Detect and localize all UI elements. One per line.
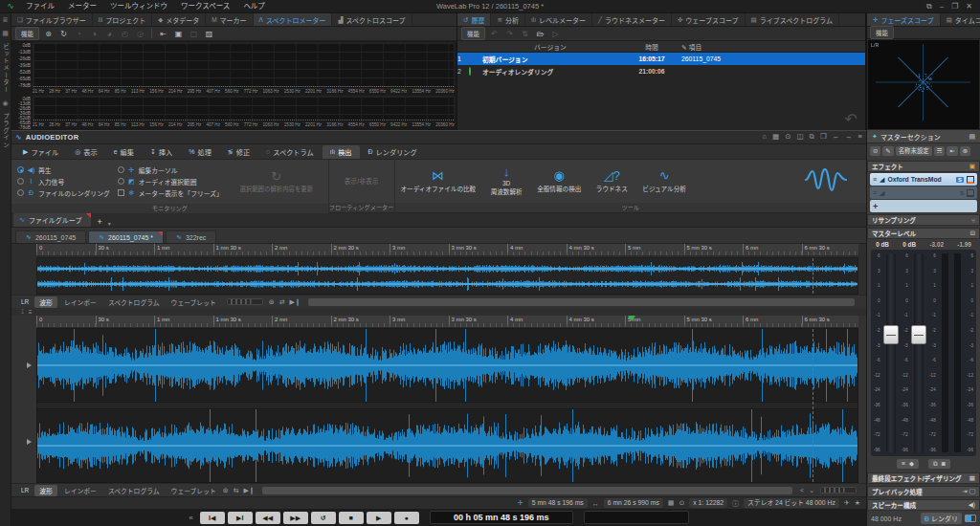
window-icon[interactable]: ❐	[820, 132, 827, 142]
ribbon-tab[interactable]: Ð レンダリング	[361, 145, 425, 159]
channel-gain-handle[interactable]	[27, 439, 32, 445]
settings-icon[interactable]: ⊛	[42, 29, 55, 39]
ibeam2-icon[interactable]: Ξ	[29, 309, 33, 315]
fader-right[interactable]	[914, 253, 924, 452]
solo-button[interactable]: S	[956, 177, 964, 183]
waveform-channel-left[interactable]	[37, 329, 858, 402]
master-level-section-header[interactable]: マスターレベル⊟	[867, 228, 980, 239]
selection-time[interactable]: 6 mn 26 s 990 ms	[604, 498, 663, 508]
nav-forward-icon[interactable]: →	[845, 132, 853, 142]
transport-button[interactable]: I◀	[200, 512, 225, 524]
monitor-position-radio[interactable]: ✛ 編集カーソル	[118, 165, 223, 175]
effects-section-header[interactable]: エフェクト▣	[867, 161, 980, 172]
panel-tab[interactable]: Λ スペクトロメーター	[254, 13, 333, 26]
panel-tab[interactable]: ╱ ラウドネスメーター	[592, 13, 672, 26]
resampling-section-header[interactable]: リサンプリング⑂	[867, 214, 980, 226]
overview-ruler[interactable]: 030 s1 mn1 mn 30 s2 mn2 mn 30 s3 mn3 mn …	[36, 244, 858, 256]
final-effects-section-header[interactable]: 最終段エフェクト/ディザリング▦	[867, 472, 980, 484]
time-display[interactable]: 00 h 05 mn 48 s 196 ms	[430, 511, 573, 524]
zoom-tool-icon[interactable]: ⊙	[785, 132, 791, 142]
panel-tab[interactable]: iii プロジェクト	[93, 13, 152, 26]
menu-item[interactable]: メーター	[61, 0, 103, 12]
transport-button[interactable]: ▶	[367, 512, 391, 524]
transport-button[interactable]: ↺	[311, 512, 336, 524]
nav-back-icon[interactable]: ←	[833, 132, 840, 142]
reset-icon[interactable]: ↻	[57, 29, 70, 39]
menu-item[interactable]: ファイル	[19, 0, 61, 12]
overview-waveform[interactable]	[36, 257, 858, 295]
file-tab[interactable]: ∿ 322rec	[166, 230, 216, 243]
open-version-icon[interactable]: 🗁	[534, 29, 546, 39]
audio-format[interactable]: ステレオ 24 ビット 48 000 Hz	[744, 498, 839, 508]
functions-button[interactable]: 機能	[870, 26, 894, 39]
sync-icon[interactable]: ⇄	[279, 298, 285, 306]
waveform-channel-right[interactable]	[37, 409, 858, 482]
zoom-factor[interactable]: x 1: 12282	[689, 498, 727, 508]
settings-icon[interactable]: ⊛	[269, 298, 275, 306]
ribbon-tab[interactable]: e 編集	[106, 145, 142, 159]
main-scrollbar[interactable]	[262, 487, 792, 494]
sync-icon[interactable]: ⇆	[234, 487, 239, 494]
col-item[interactable]: ✎ 項目	[681, 42, 865, 52]
functions-button[interactable]: 機能	[461, 27, 485, 40]
render-button[interactable]: Ð レンダリ	[921, 513, 962, 524]
file-group-menu-icon[interactable]: ▾	[108, 220, 111, 227]
analysis-tool-button[interactable]: ◉ 全般情報の検出	[537, 169, 581, 193]
effect-slot-2[interactable]: ≡ ◢ S	[870, 186, 977, 199]
layout-icon[interactable]: ◫	[796, 132, 803, 142]
panel-tab[interactable]: ✜ ウェーブスコープ	[672, 13, 746, 26]
settings-icon[interactable]: ⊛	[960, 146, 970, 156]
functions-button[interactable]: 機能	[15, 27, 39, 40]
preset-button[interactable]: 名称未設定	[896, 146, 932, 156]
history-row[interactable]: 2 オーディオレンダリング 21:00:06	[457, 65, 865, 77]
bypass-button[interactable]	[967, 176, 974, 184]
transport-button[interactable]: ■	[339, 512, 364, 524]
col-version[interactable]: バージョン	[479, 42, 622, 52]
settings-icon[interactable]: ⊛	[223, 487, 229, 494]
ribbon-tab[interactable]: ↧ 挿入	[143, 145, 180, 159]
freeze-meters-checkbox[interactable]: ❄ メーター表示を「フリーズ」	[118, 188, 223, 198]
more-icon[interactable]: ≡	[858, 132, 862, 142]
analysis-tool-button[interactable]: ⋈ オーディオファイルの比較	[401, 169, 477, 193]
spectrum-graph-right[interactable]: 0dB-13dB-26dB-39dB-52dB-65dB-78dB	[33, 96, 455, 122]
home-icon[interactable]: ⌂	[763, 132, 768, 142]
bypass-all-icon[interactable]: ☴	[934, 146, 946, 156]
panel-options-icon[interactable]: ▤	[969, 133, 975, 141]
view-mode-button[interactable]: レインボー	[59, 296, 101, 308]
menu-item[interactable]: ツールウィンドウ	[103, 0, 174, 12]
panel-tab[interactable]: ❏ ファイルブラウザー	[11, 13, 93, 26]
menu-item[interactable]: ヘルプ	[236, 0, 272, 12]
snapshot-icon[interactable]: ▣	[172, 29, 185, 39]
ribbon-tab[interactable]: ılı 検出	[323, 145, 360, 159]
quick-icon[interactable]: ✈	[844, 499, 850, 507]
transport-button[interactable]: ▶I	[228, 512, 253, 524]
collapse-icon[interactable]: ⌄	[809, 487, 814, 494]
ribbon-tab[interactable]: ◌ スペクトラム	[258, 145, 322, 159]
fader-left[interactable]	[886, 253, 896, 452]
favorite-icon[interactable]: ★	[855, 499, 860, 507]
overview-scrollbar[interactable]	[308, 298, 855, 306]
edit-preset-icon[interactable]: ✎	[882, 146, 893, 156]
ribbon-tab[interactable]: ≶ 修正	[220, 145, 257, 159]
link-icon[interactable]: ⧉	[933, 460, 938, 468]
speaker-section-header[interactable]: スピーカー構成◀)	[867, 499, 980, 511]
grid-icon[interactable]: ▦	[772, 132, 779, 142]
minimize-icon[interactable]: –	[940, 2, 944, 11]
waveform-view[interactable]	[36, 328, 858, 483]
float-window-icon[interactable]: ⧉	[926, 2, 932, 11]
effect-slot-1[interactable]: ≡ ◢ Oxford TransMod S	[870, 173, 977, 186]
duplicate-icon[interactable]: ⧉	[810, 132, 814, 142]
monitor-source-radio[interactable]: Ð ファイルのレンダリング	[17, 188, 110, 198]
panel-tab[interactable]: ✛ フェーズスコープ	[867, 13, 941, 26]
grid-status-icon[interactable]: ▦	[668, 499, 675, 507]
transport-button[interactable]: ▶▶	[283, 512, 308, 524]
ibeam-icon[interactable]: ⌶	[21, 309, 25, 316]
add-effect-button[interactable]: +	[870, 200, 977, 212]
view-mode-button[interactable]: スペクトログラム	[103, 296, 165, 308]
file-group-tab[interactable]: ∿ ファイルグループ	[13, 213, 91, 227]
main-ruler[interactable]: 030 s1 mn1 mn 30 s2 mn2 mn 30 s3 mn3 mn …	[36, 316, 858, 328]
spectrum-graph-left[interactable]: 0dB-13dB-26dB-39dB-52dB-65dB-78dB	[33, 42, 455, 89]
panel-tab[interactable]: ılı レベルメーター	[525, 13, 592, 26]
panel-tab[interactable]: ▤ タイムコード	[941, 13, 980, 26]
share-icon[interactable]: <	[800, 487, 804, 494]
